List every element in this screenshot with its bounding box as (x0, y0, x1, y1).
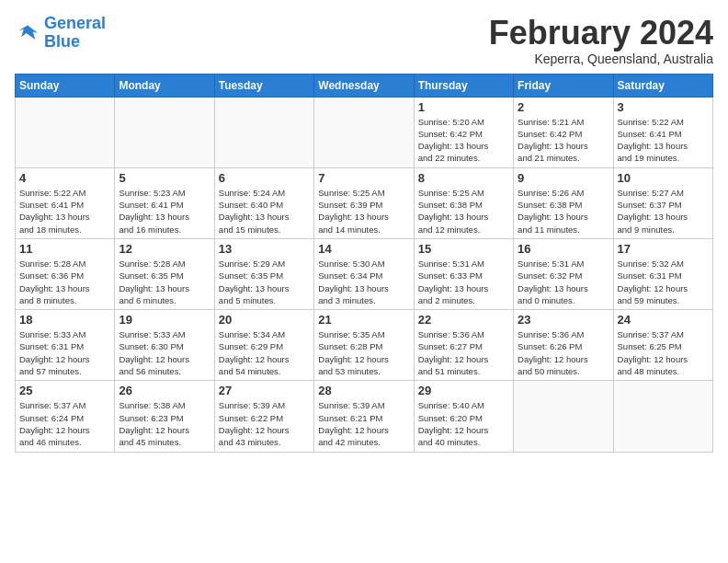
calendar-cell: 19Sunrise: 5:33 AM Sunset: 6:30 PM Dayli… (115, 310, 214, 381)
calendar-cell: 18Sunrise: 5:33 AM Sunset: 6:31 PM Dayli… (16, 310, 115, 381)
calendar-cell: 12Sunrise: 5:28 AM Sunset: 6:35 PM Dayli… (115, 238, 214, 309)
calendar-cell (514, 381, 613, 452)
location-subtitle: Keperra, Queensland, Australia (489, 52, 713, 66)
day-info: Sunrise: 5:32 AM Sunset: 6:31 PM Dayligh… (618, 258, 709, 306)
day-number: 4 (19, 171, 110, 185)
calendar-cell: 7Sunrise: 5:25 AM Sunset: 6:39 PM Daylig… (314, 167, 414, 238)
day-info: Sunrise: 5:38 AM Sunset: 6:23 PM Dayligh… (119, 399, 210, 448)
day-info: Sunrise: 5:29 AM Sunset: 6:35 PM Dayligh… (219, 258, 310, 306)
calendar-cell (314, 97, 414, 167)
calendar-cell: 15Sunrise: 5:31 AM Sunset: 6:33 PM Dayli… (414, 238, 513, 309)
day-info: Sunrise: 5:28 AM Sunset: 6:36 PM Dayligh… (19, 258, 110, 306)
day-info: Sunrise: 5:33 AM Sunset: 6:30 PM Dayligh… (119, 328, 210, 377)
day-number: 7 (318, 171, 409, 185)
day-info: Sunrise: 5:21 AM Sunset: 6:42 PM Dayligh… (518, 116, 609, 165)
calendar-cell (115, 97, 214, 167)
day-info: Sunrise: 5:37 AM Sunset: 6:24 PM Dayligh… (19, 399, 110, 448)
day-number: 3 (618, 100, 709, 114)
calendar-week-row: 18Sunrise: 5:33 AM Sunset: 6:31 PM Dayli… (16, 310, 713, 381)
day-info: Sunrise: 5:24 AM Sunset: 6:40 PM Dayligh… (219, 187, 310, 236)
calendar-cell: 22Sunrise: 5:36 AM Sunset: 6:27 PM Dayli… (414, 310, 513, 381)
calendar-cell: 28Sunrise: 5:39 AM Sunset: 6:21 PM Dayli… (314, 381, 414, 452)
day-info: Sunrise: 5:40 AM Sunset: 6:20 PM Dayligh… (418, 399, 509, 448)
logo-bird-icon (15, 20, 40, 46)
day-number: 19 (119, 313, 210, 327)
day-number: 8 (418, 171, 509, 185)
day-number: 14 (318, 242, 409, 256)
day-info: Sunrise: 5:25 AM Sunset: 6:38 PM Dayligh… (418, 187, 509, 236)
logo-text: General Blue (44, 15, 106, 52)
calendar-cell (214, 97, 313, 167)
calendar-cell: 20Sunrise: 5:34 AM Sunset: 6:29 PM Dayli… (214, 310, 313, 381)
calendar-header-saturday: Saturday (613, 74, 712, 97)
calendar-cell: 9Sunrise: 5:26 AM Sunset: 6:38 PM Daylig… (514, 167, 613, 238)
day-number: 21 (318, 313, 409, 327)
logo-blue: Blue (44, 33, 106, 52)
calendar-cell: 13Sunrise: 5:29 AM Sunset: 6:35 PM Dayli… (214, 238, 313, 309)
calendar-cell (613, 381, 712, 452)
calendar-header-tuesday: Tuesday (214, 74, 313, 97)
day-number: 2 (518, 100, 609, 114)
day-info: Sunrise: 5:35 AM Sunset: 6:28 PM Dayligh… (318, 328, 409, 377)
day-number: 23 (518, 313, 609, 327)
calendar-cell: 2Sunrise: 5:21 AM Sunset: 6:42 PM Daylig… (514, 97, 613, 167)
day-info: Sunrise: 5:33 AM Sunset: 6:31 PM Dayligh… (19, 328, 110, 377)
day-info: Sunrise: 5:20 AM Sunset: 6:42 PM Dayligh… (418, 116, 509, 165)
day-info: Sunrise: 5:23 AM Sunset: 6:41 PM Dayligh… (119, 187, 210, 236)
day-info: Sunrise: 5:31 AM Sunset: 6:33 PM Dayligh… (418, 258, 509, 306)
day-number: 1 (418, 100, 509, 114)
calendar-header-wednesday: Wednesday (314, 74, 414, 97)
calendar-header-thursday: Thursday (414, 74, 513, 97)
calendar-week-row: 4Sunrise: 5:22 AM Sunset: 6:41 PM Daylig… (16, 167, 713, 238)
day-info: Sunrise: 5:37 AM Sunset: 6:25 PM Dayligh… (618, 328, 709, 377)
day-info: Sunrise: 5:25 AM Sunset: 6:39 PM Dayligh… (318, 187, 409, 236)
calendar-cell: 17Sunrise: 5:32 AM Sunset: 6:31 PM Dayli… (613, 238, 712, 309)
calendar-cell: 14Sunrise: 5:30 AM Sunset: 6:34 PM Dayli… (314, 238, 414, 309)
calendar-cell: 3Sunrise: 5:22 AM Sunset: 6:41 PM Daylig… (613, 97, 712, 167)
day-number: 12 (119, 242, 210, 256)
calendar-cell: 29Sunrise: 5:40 AM Sunset: 6:20 PM Dayli… (414, 381, 513, 452)
day-info: Sunrise: 5:36 AM Sunset: 6:26 PM Dayligh… (518, 328, 609, 377)
calendar-cell: 24Sunrise: 5:37 AM Sunset: 6:25 PM Dayli… (613, 310, 712, 381)
day-info: Sunrise: 5:31 AM Sunset: 6:32 PM Dayligh… (518, 258, 609, 306)
calendar-cell: 1Sunrise: 5:20 AM Sunset: 6:42 PM Daylig… (414, 97, 513, 167)
day-number: 11 (19, 242, 110, 256)
logo-general: General (44, 14, 106, 32)
calendar-table: SundayMondayTuesdayWednesdayThursdayFrid… (15, 74, 713, 453)
calendar-cell: 21Sunrise: 5:35 AM Sunset: 6:28 PM Dayli… (314, 310, 414, 381)
day-number: 25 (19, 384, 110, 397)
calendar-header-sunday: Sunday (16, 74, 115, 97)
calendar-cell: 8Sunrise: 5:25 AM Sunset: 6:38 PM Daylig… (414, 167, 513, 238)
day-number: 9 (518, 171, 609, 185)
day-number: 29 (418, 384, 509, 397)
day-info: Sunrise: 5:26 AM Sunset: 6:38 PM Dayligh… (518, 187, 609, 236)
day-number: 5 (119, 171, 210, 185)
day-info: Sunrise: 5:39 AM Sunset: 6:21 PM Dayligh… (318, 399, 409, 448)
day-info: Sunrise: 5:27 AM Sunset: 6:37 PM Dayligh… (618, 187, 709, 236)
day-info: Sunrise: 5:22 AM Sunset: 6:41 PM Dayligh… (19, 187, 110, 236)
calendar-cell: 10Sunrise: 5:27 AM Sunset: 6:37 PM Dayli… (613, 167, 712, 238)
day-number: 10 (618, 171, 709, 185)
day-number: 16 (518, 242, 609, 256)
calendar-header-friday: Friday (514, 74, 613, 97)
day-number: 18 (19, 313, 110, 327)
day-info: Sunrise: 5:39 AM Sunset: 6:22 PM Dayligh… (219, 399, 310, 448)
day-number: 20 (219, 313, 310, 327)
calendar-cell (16, 97, 115, 167)
day-number: 27 (219, 384, 310, 397)
calendar-cell: 6Sunrise: 5:24 AM Sunset: 6:40 PM Daylig… (214, 167, 313, 238)
title-block: February 2024 Keperra, Queensland, Austr… (489, 15, 713, 66)
calendar-cell: 26Sunrise: 5:38 AM Sunset: 6:23 PM Dayli… (115, 381, 214, 452)
day-number: 26 (119, 384, 210, 397)
day-number: 17 (618, 242, 709, 256)
day-info: Sunrise: 5:36 AM Sunset: 6:27 PM Dayligh… (418, 328, 509, 377)
day-info: Sunrise: 5:28 AM Sunset: 6:35 PM Dayligh… (119, 258, 210, 306)
day-number: 28 (318, 384, 409, 397)
day-number: 15 (418, 242, 509, 256)
day-number: 13 (219, 242, 310, 256)
day-number: 24 (618, 313, 709, 327)
day-info: Sunrise: 5:22 AM Sunset: 6:41 PM Dayligh… (618, 116, 709, 165)
calendar-cell: 11Sunrise: 5:28 AM Sunset: 6:36 PM Dayli… (16, 238, 115, 309)
calendar-cell: 23Sunrise: 5:36 AM Sunset: 6:26 PM Dayli… (514, 310, 613, 381)
day-info: Sunrise: 5:30 AM Sunset: 6:34 PM Dayligh… (318, 258, 409, 306)
